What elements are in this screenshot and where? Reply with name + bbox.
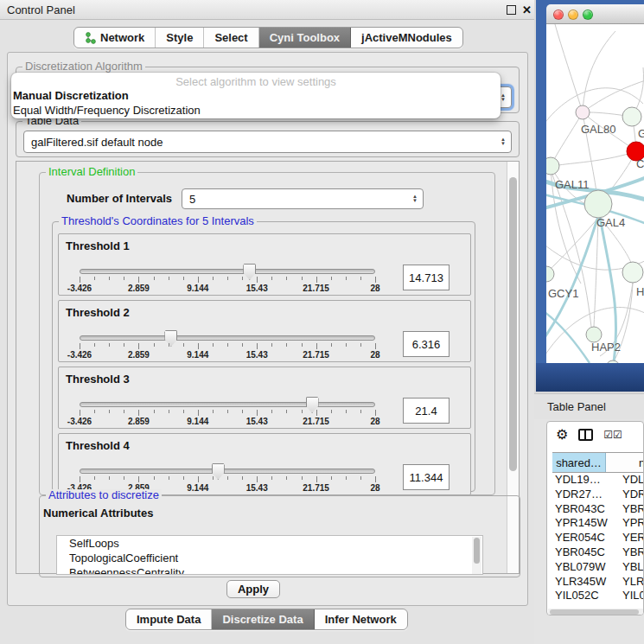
table-panel-header: Table Panel	[534, 393, 644, 419]
table-row[interactable]: YBR043CYBR0	[552, 502, 644, 517]
table-cell: YBR043C	[552, 502, 615, 517]
table-toolbar: ⚙ ☑☑	[547, 422, 644, 448]
table-row[interactable]: YBR045CYBR0	[552, 545, 644, 560]
numerical-attributes-list[interactable]: SelfLoopsTopologicalCoefficientBetweenne…	[56, 535, 483, 575]
network-view-window[interactable]: GAL80GACGAL11GAL4GCY1HHAP2	[536, 0, 644, 392]
combo-arrows-icon: ▲▼	[501, 93, 506, 102]
tab-label: Infer Network	[325, 613, 397, 626]
network-node-1[interactable]	[622, 107, 641, 126]
vertical-scrollbar-thumb[interactable]	[509, 177, 517, 471]
threshold-slider[interactable]	[80, 335, 375, 341]
attributes-group: Attributes to discretize Numerical Attri…	[39, 495, 520, 577]
network-node-0[interactable]	[576, 105, 590, 119]
attribute-item-2[interactable]: BetweennessCentrality	[57, 565, 482, 575]
horizontal-scrollbar-thumb[interactable]	[550, 609, 639, 615]
network-node-5[interactable]	[546, 266, 554, 282]
threshold-value-field[interactable]: 6.316	[403, 331, 450, 357]
tab-select[interactable]: Select	[204, 28, 258, 48]
network-window-titlebar[interactable]	[546, 4, 644, 24]
node-table[interactable]: shared…n YDL19…YDL1YDR27…YDR2YBR043CYBR0…	[552, 452, 644, 603]
threshold-label: Threshold 3	[66, 373, 130, 386]
tab-style[interactable]: Style	[156, 28, 204, 48]
columns-icon[interactable]	[578, 429, 593, 441]
table-row[interactable]: YPR145WYPR1	[552, 516, 644, 531]
node-label-h: H	[636, 285, 644, 298]
gear-icon[interactable]: ⚙	[556, 428, 568, 442]
threshold-slider[interactable]	[80, 402, 375, 407]
table-cell: YDR2	[615, 488, 644, 502]
interval-definition-group: Interval Definition Number of Intervals …	[39, 172, 495, 495]
node-label-gal4: GAL4	[596, 216, 625, 229]
table-cell: YPR145W	[552, 516, 615, 531]
table-cell: YBR045C	[552, 545, 615, 560]
close-icon[interactable]: ✕	[522, 5, 532, 15]
network-node-3[interactable]	[546, 157, 559, 175]
threshold-slider[interactable]	[80, 269, 375, 274]
select-columns-icon[interactable]: ☑☑	[603, 429, 622, 441]
network-edge[interactable]	[555, 24, 583, 112]
table-row[interactable]: YDL19…YDL1	[552, 473, 644, 488]
number-of-intervals-combobox[interactable]: 5 ▲▼	[182, 188, 424, 209]
slider-tick-labels: -3.4262.8599.14415.4321.71528	[80, 284, 375, 293]
node-label-hap2: HAP2	[591, 341, 621, 354]
bottom-tab-infer-network[interactable]: Infer Network	[315, 609, 407, 629]
threshold-value-field[interactable]: 11.344	[403, 464, 450, 490]
table-data-combobox[interactable]: galFiltered.sif default node ▲▼	[23, 131, 512, 153]
table-column-header-1[interactable]: n	[606, 453, 644, 472]
thresholds-group-title: Threshold's Coordinates for 5 Intervals	[59, 215, 257, 227]
float-window-icon[interactable]	[507, 5, 516, 15]
algorithm-popup-hint: Select algorithm to view settings	[11, 73, 501, 88]
network-node-4[interactable]	[584, 190, 612, 218]
table-cell: YDL1	[615, 473, 644, 488]
tab-cyni-toolbox[interactable]: Cyni Toolbox	[259, 28, 351, 48]
tab-network[interactable]: Network	[74, 28, 156, 48]
table-cell: YDL19…	[552, 473, 615, 488]
mac-minimize-icon[interactable]	[568, 10, 578, 20]
network-edge[interactable]	[583, 31, 615, 112]
numerical-attributes-label: Numerical Attributes	[43, 507, 153, 520]
slider-tick-labels: -3.4262.8599.14415.4321.71528	[80, 350, 375, 360]
network-edge[interactable]	[548, 218, 598, 271]
attributes-group-title: Attributes to discretize	[46, 489, 162, 501]
table-row[interactable]: YLR345WYLR3	[552, 575, 644, 590]
table-cell: YIL052C	[552, 589, 615, 603]
tab-label: Impute Data	[137, 613, 201, 626]
attributes-scrollbar-thumb[interactable]	[474, 538, 480, 564]
network-canvas[interactable]: GAL80GACGAL11GAL4GCY1HHAP2	[546, 24, 644, 363]
threshold-value-field[interactable]: 14.713	[403, 265, 450, 290]
attribute-item-1[interactable]: TopologicalCoefficient	[57, 551, 482, 565]
threshold-panel-4: Threshold 4-3.4262.8599.14415.4321.71528…	[58, 433, 471, 495]
network-node-6[interactable]	[622, 262, 643, 283]
table-column-header-0[interactable]: shared…	[552, 453, 606, 472]
threshold-label: Threshold 2	[66, 306, 130, 319]
node-label-gal80: GAL80	[581, 123, 615, 136]
table-row[interactable]: YIL052CYIL0	[552, 589, 644, 603]
node-label-ga: GA	[638, 127, 644, 140]
threshold-panel-1: Threshold 1-3.4262.8599.14415.4321.71528…	[58, 233, 471, 296]
slider-ticks	[80, 476, 375, 482]
attribute-item-0[interactable]: SelfLoops	[57, 536, 482, 551]
table-row[interactable]: YER054CYER0	[552, 531, 644, 545]
network-edge[interactable]	[551, 112, 583, 166]
combo-arrows-icon: ▲▼	[501, 137, 506, 146]
apply-button[interactable]: Apply	[226, 580, 280, 598]
threshold-label: Threshold 4	[66, 439, 130, 452]
table-row[interactable]: YDR27…YDR2	[552, 488, 644, 502]
mac-zoom-icon[interactable]	[583, 10, 593, 20]
threshold-value-field[interactable]: 21.4	[403, 398, 450, 424]
control-panel-window: Control Panel ✕ NetworkStyleSelectCyni T…	[0, 0, 534, 644]
mac-close-icon[interactable]	[553, 10, 564, 20]
network-window-bottom-frame	[536, 363, 644, 392]
tab-label: jActiveMNodules	[361, 31, 452, 44]
bottom-tab-discretize-data[interactable]: Discretize Data	[212, 609, 314, 629]
bottom-tab-impute-data[interactable]: Impute Data	[126, 609, 212, 629]
horizontal-scrollbar[interactable]	[548, 609, 644, 615]
table-row[interactable]: YBL079WYBL0	[552, 560, 644, 575]
algorithm-option-1[interactable]: Equal Width/Frequency Discretization	[11, 103, 501, 118]
algorithm-option-0[interactable]: Manual Discretization	[11, 88, 501, 103]
slider-ticks	[80, 343, 375, 349]
threshold-slider[interactable]	[80, 469, 375, 474]
network-edge[interactable]	[558, 151, 636, 165]
tab-jactivemnodules[interactable]: jActiveMNodules	[351, 28, 462, 48]
attributes-scrollbar[interactable]	[472, 537, 481, 575]
